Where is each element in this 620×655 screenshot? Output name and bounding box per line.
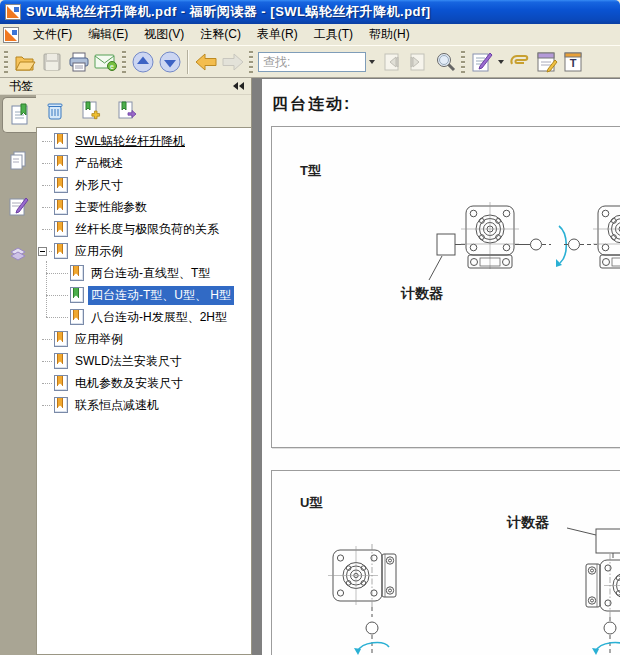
collapse-panel-button[interactable]	[232, 81, 245, 91]
bookmark-item[interactable]: 两台连动-直线型、T型	[37, 262, 251, 284]
email-button[interactable]: e	[92, 48, 119, 75]
document-icon[interactable]	[3, 27, 19, 43]
tree-branch-line	[46, 261, 47, 317]
next-page-button[interactable]	[156, 48, 183, 75]
printer-icon	[67, 51, 91, 73]
open-button[interactable]	[11, 48, 38, 75]
bookmark-icon	[54, 133, 68, 149]
paperclip-icon	[507, 50, 532, 74]
bookmark-icon	[54, 353, 68, 369]
menu-edit[interactable]: 编辑(E)	[80, 24, 136, 45]
bookmark-options-button[interactable]	[115, 99, 139, 123]
typewriter-icon: T	[562, 50, 586, 74]
search-icon	[433, 50, 457, 74]
bookmarks-toolbar	[36, 95, 251, 127]
bookmark-item[interactable]: 电机参数及安装尺寸	[37, 372, 251, 394]
attach-file-button[interactable]	[506, 48, 533, 75]
bookmark-icon	[70, 265, 84, 281]
svg-text:T: T	[569, 57, 576, 69]
note-button[interactable]	[533, 48, 560, 75]
menu-tools[interactable]: 工具(T)	[306, 24, 361, 45]
menu-comment[interactable]: 注释(C)	[192, 24, 249, 45]
find-dropdown[interactable]	[366, 53, 377, 71]
notepad-icon	[535, 50, 559, 74]
tab-layers[interactable]	[3, 237, 33, 269]
layers-tab-icon	[7, 242, 29, 264]
u-type-diagram	[272, 471, 620, 655]
bookmark-item[interactable]: 应用举例	[37, 328, 251, 350]
app-window: SWL蜗轮丝杆升降机.pdf - 福昕阅读器 - [SWL蜗轮丝杆升降机.pdf…	[0, 0, 620, 655]
print-button[interactable]	[65, 48, 92, 75]
menu-form[interactable]: 表单(R)	[249, 24, 306, 45]
title-bar: SWL蜗轮丝杆升降机.pdf - 福昕阅读器 - [SWL蜗轮丝杆升降机.pdf…	[0, 0, 620, 24]
toolbar-separator	[187, 50, 188, 74]
bookmark-item[interactable]: SWLD法兰安装尺寸	[37, 350, 251, 372]
comments-tab-icon	[7, 195, 29, 219]
bookmark-item[interactable]: 外形尺寸	[37, 174, 251, 196]
document-view[interactable]: 四台连动: T型	[252, 78, 620, 655]
save-icon	[41, 51, 63, 73]
bookmark-icon	[54, 331, 68, 347]
bookmark-item-selected[interactable]: 四台连动-T型、U型、 H型	[37, 284, 251, 306]
commenting-tools-dropdown[interactable]	[495, 53, 506, 71]
bookmark-item[interactable]: 丝杆长度与极限负荷的关系	[37, 218, 251, 240]
commenting-tools-button[interactable]	[468, 48, 495, 75]
bookmark-icon	[54, 243, 68, 259]
double-left-arrow-icon	[233, 82, 238, 90]
window-title: SWL蜗轮丝杆升降机.pdf - 福昕阅读器 - [SWL蜗轮丝杆升降机.pdf…	[26, 3, 431, 21]
menu-help[interactable]: 帮助(H)	[361, 24, 418, 45]
text-tool-button[interactable]: T	[560, 48, 587, 75]
bookmark-item[interactable]: 八台连动-H发展型、2H型	[37, 306, 251, 328]
page-down-icon	[158, 50, 182, 74]
svg-text:e: e	[110, 63, 114, 70]
bookmark-item[interactable]: 主要性能参数	[37, 196, 251, 218]
find-input[interactable]	[258, 52, 366, 72]
save-button[interactable]	[38, 48, 65, 75]
email-icon: e	[93, 51, 118, 73]
find-next-button[interactable]	[404, 48, 431, 75]
app-icon	[5, 4, 21, 20]
add-bookmark-button[interactable]	[79, 99, 103, 123]
bookmark-icon	[54, 221, 68, 237]
back-arrow-icon	[193, 51, 218, 73]
toolbar-grip[interactable]	[461, 51, 465, 73]
tab-bookmarks[interactable]	[2, 97, 36, 133]
tab-pages[interactable]	[3, 145, 33, 177]
page-heading: 四台连动:	[272, 94, 351, 115]
double-left-arrow-icon	[239, 82, 244, 90]
find-previous-icon	[379, 51, 403, 73]
panel-header: 书签	[0, 78, 251, 95]
delete-bookmark-button[interactable]	[43, 99, 67, 123]
find-previous-button[interactable]	[377, 48, 404, 75]
bookmark-item[interactable]: SWL蜗轮丝杆升降机	[37, 130, 251, 152]
pages-tab-icon	[7, 149, 29, 173]
forward-arrow-icon	[220, 51, 245, 73]
u-type-figure: U型	[271, 470, 620, 655]
bookmark-item[interactable]: 联系恒点减速机	[37, 394, 251, 416]
go-forward-button[interactable]	[219, 48, 246, 75]
find-next-icon	[406, 51, 430, 73]
toolbar-grip[interactable]	[122, 51, 126, 73]
bookmark-icon	[54, 199, 68, 215]
bookmark-item[interactable]: 应用示例	[37, 240, 251, 262]
previous-page-button[interactable]	[129, 48, 156, 75]
add-bookmark-icon	[80, 100, 102, 122]
navigation-tab-strip	[0, 95, 36, 655]
collapse-minus-icon[interactable]	[38, 247, 47, 256]
trash-icon	[45, 100, 65, 122]
pdf-page: 四台连动: T型	[262, 79, 620, 655]
bookmark-icon	[54, 177, 68, 193]
tab-comments[interactable]	[3, 191, 33, 223]
menu-view[interactable]: 视图(V)	[136, 24, 192, 45]
bookmark-icon	[70, 287, 84, 303]
page-up-icon	[131, 50, 155, 74]
bookmark-item[interactable]: 产品概述	[37, 152, 251, 174]
bookmark-icon	[54, 375, 68, 391]
toolbar-grip[interactable]	[249, 51, 253, 73]
t-type-figure: T型	[271, 126, 620, 448]
note-pencil-icon	[470, 50, 494, 74]
menu-file[interactable]: 文件(F)	[25, 24, 80, 45]
go-back-button[interactable]	[192, 48, 219, 75]
search-button[interactable]	[431, 48, 458, 75]
toolbar-grip[interactable]	[4, 51, 8, 73]
